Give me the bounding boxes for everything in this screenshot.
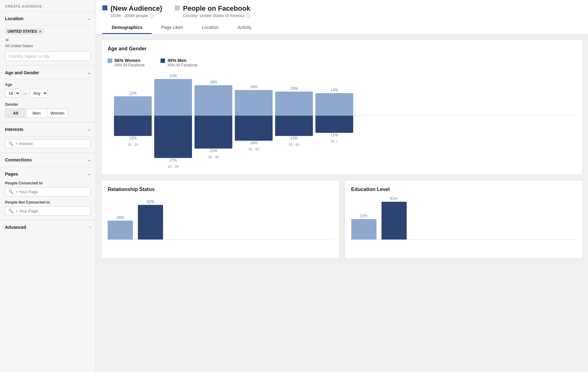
people-connected-search[interactable]: 🔍 — [5, 187, 91, 196]
sidebar-section-interests: Interests ⌄ 🔍 — [0, 122, 96, 153]
women-35-44-pct: 19% — [210, 80, 217, 84]
pages-sub-header[interactable]: Pages ⌄ — [5, 170, 91, 178]
pages-chevron-icon: ⌄ — [88, 172, 91, 176]
tab-activity[interactable]: Activity — [228, 22, 261, 34]
age-min-select[interactable]: 1813212530 3540455055 6065 — [5, 89, 20, 98]
bar-35-44-women: 19% — [195, 80, 232, 115]
tab-page-likes[interactable]: Page Likes — [152, 22, 192, 34]
new-audience-color-box — [102, 5, 107, 10]
people-connected-block: People Connected to 🔍 — [5, 181, 91, 196]
location-remove-icon[interactable]: ✕ — [5, 37, 91, 43]
sidebar-section-advanced: Advanced › — [0, 220, 96, 234]
people-connected-label: People Connected to — [5, 181, 91, 185]
women-legend-color — [108, 59, 112, 63]
connections-section-label: Connections — [5, 157, 32, 162]
bar-65-women: 14% — [315, 88, 353, 115]
sidebar-section-location: Location ⌄ UNITED STATES × ✕ All United … — [0, 11, 96, 65]
people-not-connected-block: People Not Connected to 🔍 — [5, 200, 91, 216]
new-audience-block: (New Audience) 150M - 200M people i — [102, 4, 162, 18]
bar-65-men: 11% 65 + — [315, 116, 353, 143]
edu-bar-2-group: 61% — [382, 196, 407, 240]
audience-info-icon[interactable]: i — [150, 14, 154, 18]
people-connected-input[interactable] — [15, 189, 87, 194]
bar-45-54-women: 16% — [235, 85, 273, 115]
men-25-34-pct: 27% — [169, 158, 177, 162]
fb-info: People on Facebook Country: United State… — [183, 4, 250, 18]
rel-bar-2-group: 52% — [138, 200, 163, 240]
bar-45-54-men: 16% 45 - 54 — [235, 116, 273, 151]
tab-demographics[interactable]: Demographics — [102, 22, 152, 34]
fb-info-icon[interactable]: i — [246, 14, 250, 18]
location-input[interactable] — [5, 51, 91, 61]
interests-content: 🔍 — [0, 137, 96, 153]
interests-section-label: Interests — [5, 127, 23, 132]
charts-area: Age and Gender 56% Women 56% All Faceboo… — [96, 34, 588, 264]
men-45-54-pct: 16% — [250, 141, 257, 145]
sidebar-section-connections: Connections ⌄ Pages ⌄ People Connected t… — [0, 153, 96, 220]
age-label: Age — [5, 82, 91, 87]
age-max-select[interactable]: Any18212530 3540455055 6065 — [30, 89, 48, 98]
legend-row: 56% Women 56% All Facebook 45% Men 45% A… — [108, 58, 576, 67]
age-row: 1813212530 3540455055 6065 — Any18212530… — [5, 89, 91, 98]
men-pct-label: 45% Men — [167, 58, 198, 63]
men-55-64-pct: 13% — [290, 136, 298, 140]
gender-women-button[interactable]: Women — [47, 109, 68, 117]
men-45-54-bar — [235, 116, 273, 141]
interests-input[interactable] — [15, 141, 87, 146]
connections-section-header[interactable]: Connections ⌄ — [0, 153, 96, 167]
men-18-24-pct: 13% — [129, 136, 137, 140]
men-18-24-label: 18 - 24 — [127, 143, 138, 146]
gender-all-button[interactable]: All — [5, 109, 26, 117]
women-25-34-pct: 23% — [169, 74, 177, 78]
advanced-section-header[interactable]: Advanced › — [0, 220, 96, 234]
men-65-pct: 11% — [331, 133, 338, 137]
interests-section-header[interactable]: Interests ⌄ — [0, 122, 96, 136]
location-all-text: All United States — [5, 44, 91, 48]
rel-bar-2-pct: 52% — [147, 200, 154, 204]
bar-25-34-men: 27% 25 - 34 — [154, 116, 192, 168]
education-level-card: Education Level 32% 61% — [345, 180, 583, 259]
advanced-arrow-icon: › — [89, 225, 91, 229]
interests-search-row[interactable]: 🔍 — [5, 139, 91, 148]
rel-bar-1-pct: 28% — [116, 215, 124, 220]
women-18-24-bar — [114, 96, 152, 115]
interests-chevron-icon: ⌄ — [88, 127, 91, 132]
location-section-header[interactable]: Location ⌄ — [0, 12, 96, 25]
gender-men-button[interactable]: Men — [26, 109, 47, 117]
men-65-bar — [315, 116, 353, 133]
age-gender-chart-card: Age and Gender 56% Women 56% All Faceboo… — [101, 39, 583, 175]
pages-label: Pages — [5, 172, 18, 177]
women-65-bar — [315, 93, 353, 115]
women-18-24-pct: 12% — [129, 91, 137, 95]
rel-axis — [108, 240, 333, 240]
edu-axis — [351, 240, 577, 240]
women-fb-pct: 56% All Facebook — [115, 63, 145, 67]
location-chevron-icon: ⌄ — [88, 16, 91, 21]
women-legend-text: 56% Women 56% All Facebook — [115, 58, 145, 67]
men-55-64-bar — [275, 116, 313, 136]
interests-search-icon: 🔍 — [8, 141, 14, 146]
connections-content: Pages ⌄ People Connected to 🔍 People Not… — [0, 167, 96, 220]
fb-country: Country: United States of America i — [183, 13, 250, 18]
men-18-24-bar — [114, 116, 152, 136]
bar-55-64-women: 15% — [275, 86, 313, 115]
sidebar: CREATE AUDIENCE Location ⌄ UNITED STATES… — [0, 0, 96, 372]
men-legend-color — [161, 59, 165, 63]
location-tag-remove[interactable]: × — [39, 29, 42, 34]
location-content: UNITED STATES × ✕ All United States — [0, 26, 96, 65]
relationship-bars: 28% 52% — [108, 199, 333, 240]
men-bars-row: 13% 18 - 24 27% 25 - 34 21% 35 - 44 — [108, 116, 576, 168]
audience-header-top: (New Audience) 150M - 200M people i Peop… — [102, 4, 582, 18]
people-not-connected-search[interactable]: 🔍 — [5, 206, 91, 216]
men-fb-pct: 45% All Facebook — [167, 63, 198, 67]
men-35-44-bar — [195, 116, 232, 149]
age-gender-section-header[interactable]: Age and Gender ⌄ — [0, 66, 96, 80]
gender-selector: All Men Women — [5, 109, 68, 118]
edu-bar-1 — [351, 219, 376, 240]
women-legend: 56% Women 56% All Facebook — [108, 58, 145, 67]
tab-location[interactable]: Location — [193, 22, 228, 34]
women-45-54-pct: 16% — [250, 85, 257, 89]
people-not-connected-input[interactable] — [15, 209, 87, 213]
location-tag[interactable]: UNITED STATES × — [5, 28, 44, 35]
men-legend: 45% Men 45% All Facebook — [161, 58, 198, 67]
